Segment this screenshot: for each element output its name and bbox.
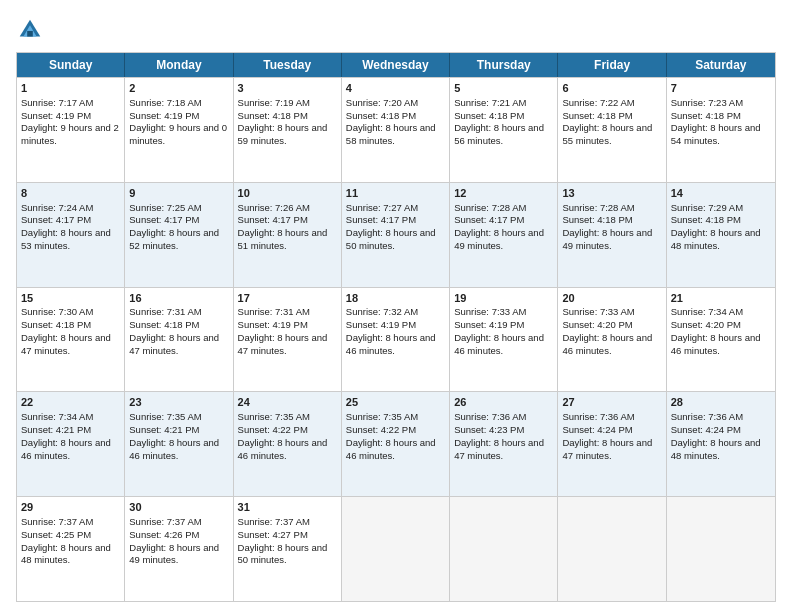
day-number: 24: [238, 395, 337, 410]
day-info: Sunrise: 7:26 AM Sunset: 4:17 PM Dayligh…: [238, 202, 328, 251]
day-number: 18: [346, 291, 445, 306]
day-number: 2: [129, 81, 228, 96]
cal-cell: 26Sunrise: 7:36 AM Sunset: 4:23 PM Dayli…: [450, 392, 558, 496]
day-info: Sunrise: 7:24 AM Sunset: 4:17 PM Dayligh…: [21, 202, 111, 251]
day-info: Sunrise: 7:23 AM Sunset: 4:18 PM Dayligh…: [671, 97, 761, 146]
header-day-thursday: Thursday: [450, 53, 558, 77]
day-number: 28: [671, 395, 771, 410]
cal-cell: 24Sunrise: 7:35 AM Sunset: 4:22 PM Dayli…: [234, 392, 342, 496]
day-info: Sunrise: 7:17 AM Sunset: 4:19 PM Dayligh…: [21, 97, 119, 146]
cal-cell: 31Sunrise: 7:37 AM Sunset: 4:27 PM Dayli…: [234, 497, 342, 601]
day-number: 14: [671, 186, 771, 201]
week-row-2: 15Sunrise: 7:30 AM Sunset: 4:18 PM Dayli…: [17, 287, 775, 392]
header-day-friday: Friday: [558, 53, 666, 77]
cal-cell: 15Sunrise: 7:30 AM Sunset: 4:18 PM Dayli…: [17, 288, 125, 392]
cal-cell: 20Sunrise: 7:33 AM Sunset: 4:20 PM Dayli…: [558, 288, 666, 392]
cal-cell: [342, 497, 450, 601]
cal-cell: 12Sunrise: 7:28 AM Sunset: 4:17 PM Dayli…: [450, 183, 558, 287]
day-info: Sunrise: 7:22 AM Sunset: 4:18 PM Dayligh…: [562, 97, 652, 146]
calendar: SundayMondayTuesdayWednesdayThursdayFrid…: [16, 52, 776, 602]
cal-cell: 30Sunrise: 7:37 AM Sunset: 4:26 PM Dayli…: [125, 497, 233, 601]
header: [16, 16, 776, 44]
cal-cell: [450, 497, 558, 601]
day-number: 3: [238, 81, 337, 96]
day-number: 23: [129, 395, 228, 410]
day-info: Sunrise: 7:30 AM Sunset: 4:18 PM Dayligh…: [21, 306, 111, 355]
cal-cell: 1Sunrise: 7:17 AM Sunset: 4:19 PM Daylig…: [17, 78, 125, 182]
day-number: 27: [562, 395, 661, 410]
cal-cell: 17Sunrise: 7:31 AM Sunset: 4:19 PM Dayli…: [234, 288, 342, 392]
day-number: 20: [562, 291, 661, 306]
day-info: Sunrise: 7:34 AM Sunset: 4:21 PM Dayligh…: [21, 411, 111, 460]
day-info: Sunrise: 7:34 AM Sunset: 4:20 PM Dayligh…: [671, 306, 761, 355]
day-number: 4: [346, 81, 445, 96]
calendar-header: SundayMondayTuesdayWednesdayThursdayFrid…: [17, 53, 775, 77]
cal-cell: 5Sunrise: 7:21 AM Sunset: 4:18 PM Daylig…: [450, 78, 558, 182]
cal-cell: 18Sunrise: 7:32 AM Sunset: 4:19 PM Dayli…: [342, 288, 450, 392]
cal-cell: 22Sunrise: 7:34 AM Sunset: 4:21 PM Dayli…: [17, 392, 125, 496]
week-row-3: 22Sunrise: 7:34 AM Sunset: 4:21 PM Dayli…: [17, 391, 775, 496]
calendar-body: 1Sunrise: 7:17 AM Sunset: 4:19 PM Daylig…: [17, 77, 775, 601]
day-number: 7: [671, 81, 771, 96]
cal-cell: 14Sunrise: 7:29 AM Sunset: 4:18 PM Dayli…: [667, 183, 775, 287]
cal-cell: 6Sunrise: 7:22 AM Sunset: 4:18 PM Daylig…: [558, 78, 666, 182]
day-number: 6: [562, 81, 661, 96]
cal-cell: 4Sunrise: 7:20 AM Sunset: 4:18 PM Daylig…: [342, 78, 450, 182]
day-number: 26: [454, 395, 553, 410]
day-number: 30: [129, 500, 228, 515]
day-info: Sunrise: 7:27 AM Sunset: 4:17 PM Dayligh…: [346, 202, 436, 251]
cal-cell: 2Sunrise: 7:18 AM Sunset: 4:19 PM Daylig…: [125, 78, 233, 182]
day-number: 9: [129, 186, 228, 201]
cal-cell: 19Sunrise: 7:33 AM Sunset: 4:19 PM Dayli…: [450, 288, 558, 392]
day-info: Sunrise: 7:33 AM Sunset: 4:19 PM Dayligh…: [454, 306, 544, 355]
day-info: Sunrise: 7:35 AM Sunset: 4:22 PM Dayligh…: [238, 411, 328, 460]
cal-cell: 28Sunrise: 7:36 AM Sunset: 4:24 PM Dayli…: [667, 392, 775, 496]
day-number: 15: [21, 291, 120, 306]
day-number: 13: [562, 186, 661, 201]
header-day-wednesday: Wednesday: [342, 53, 450, 77]
day-info: Sunrise: 7:37 AM Sunset: 4:27 PM Dayligh…: [238, 516, 328, 565]
day-info: Sunrise: 7:36 AM Sunset: 4:23 PM Dayligh…: [454, 411, 544, 460]
cal-cell: 11Sunrise: 7:27 AM Sunset: 4:17 PM Dayli…: [342, 183, 450, 287]
cal-cell: 29Sunrise: 7:37 AM Sunset: 4:25 PM Dayli…: [17, 497, 125, 601]
day-info: Sunrise: 7:35 AM Sunset: 4:21 PM Dayligh…: [129, 411, 219, 460]
week-row-4: 29Sunrise: 7:37 AM Sunset: 4:25 PM Dayli…: [17, 496, 775, 601]
day-number: 12: [454, 186, 553, 201]
day-info: Sunrise: 7:33 AM Sunset: 4:20 PM Dayligh…: [562, 306, 652, 355]
header-day-saturday: Saturday: [667, 53, 775, 77]
day-info: Sunrise: 7:35 AM Sunset: 4:22 PM Dayligh…: [346, 411, 436, 460]
header-day-sunday: Sunday: [17, 53, 125, 77]
day-number: 29: [21, 500, 120, 515]
logo-area: [16, 16, 48, 44]
day-info: Sunrise: 7:37 AM Sunset: 4:25 PM Dayligh…: [21, 516, 111, 565]
day-info: Sunrise: 7:31 AM Sunset: 4:18 PM Dayligh…: [129, 306, 219, 355]
header-day-monday: Monday: [125, 53, 233, 77]
day-info: Sunrise: 7:28 AM Sunset: 4:18 PM Dayligh…: [562, 202, 652, 251]
week-row-1: 8Sunrise: 7:24 AM Sunset: 4:17 PM Daylig…: [17, 182, 775, 287]
day-number: 21: [671, 291, 771, 306]
cal-cell: 23Sunrise: 7:35 AM Sunset: 4:21 PM Dayli…: [125, 392, 233, 496]
cal-cell: 7Sunrise: 7:23 AM Sunset: 4:18 PM Daylig…: [667, 78, 775, 182]
cal-cell: 10Sunrise: 7:26 AM Sunset: 4:17 PM Dayli…: [234, 183, 342, 287]
day-info: Sunrise: 7:21 AM Sunset: 4:18 PM Dayligh…: [454, 97, 544, 146]
day-number: 1: [21, 81, 120, 96]
day-number: 31: [238, 500, 337, 515]
day-info: Sunrise: 7:32 AM Sunset: 4:19 PM Dayligh…: [346, 306, 436, 355]
cal-cell: 21Sunrise: 7:34 AM Sunset: 4:20 PM Dayli…: [667, 288, 775, 392]
header-day-tuesday: Tuesday: [234, 53, 342, 77]
day-info: Sunrise: 7:28 AM Sunset: 4:17 PM Dayligh…: [454, 202, 544, 251]
page: SundayMondayTuesdayWednesdayThursdayFrid…: [0, 0, 792, 612]
cal-cell: 3Sunrise: 7:19 AM Sunset: 4:18 PM Daylig…: [234, 78, 342, 182]
week-row-0: 1Sunrise: 7:17 AM Sunset: 4:19 PM Daylig…: [17, 77, 775, 182]
logo-icon: [16, 16, 44, 44]
day-info: Sunrise: 7:25 AM Sunset: 4:17 PM Dayligh…: [129, 202, 219, 251]
day-number: 10: [238, 186, 337, 201]
day-number: 5: [454, 81, 553, 96]
day-info: Sunrise: 7:36 AM Sunset: 4:24 PM Dayligh…: [671, 411, 761, 460]
day-number: 11: [346, 186, 445, 201]
day-number: 19: [454, 291, 553, 306]
day-number: 17: [238, 291, 337, 306]
day-info: Sunrise: 7:29 AM Sunset: 4:18 PM Dayligh…: [671, 202, 761, 251]
day-number: 22: [21, 395, 120, 410]
cal-cell: 13Sunrise: 7:28 AM Sunset: 4:18 PM Dayli…: [558, 183, 666, 287]
